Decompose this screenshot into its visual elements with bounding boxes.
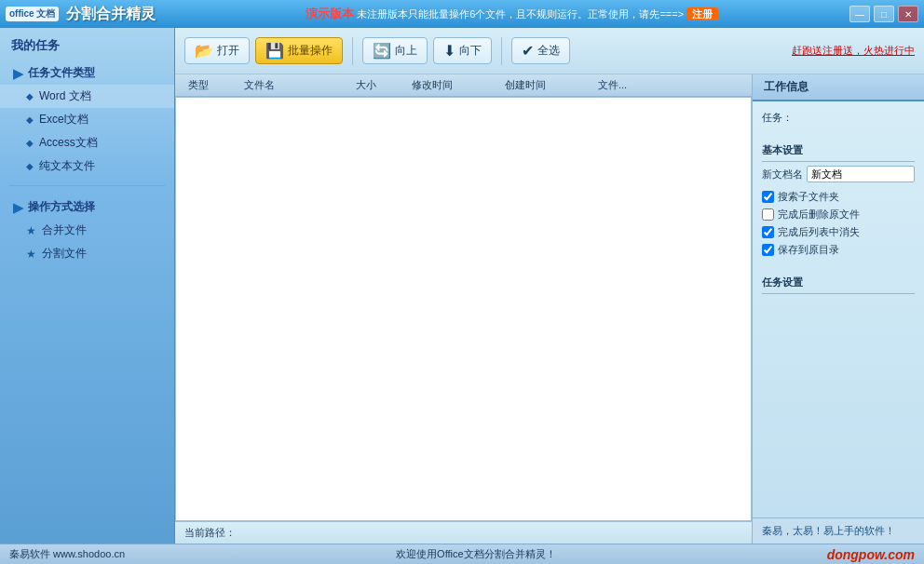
select-all-button[interactable]: ✔ 全选 [511,37,570,64]
batch-label: 批量操作 [288,43,333,59]
file-list-container: 类型 文件名 大小 修改时间 创建时间 文件... 当前路径： [175,74,752,544]
sidebar-item-text[interactable]: ◆ 纯文本文件 [0,154,174,178]
title-bar-left: office 文档 分割合并精灵 [6,5,156,24]
task-section: 任务： [753,101,924,132]
sidebar-item-merge-label: 合并文件 [42,222,87,238]
sidebar-item-excel[interactable]: ◆ Excel文档 [0,108,174,131]
checkbox-remove-from-list-input[interactable] [762,226,774,238]
maximize-button[interactable]: □ [874,6,894,22]
checkbox-search-subfolders-input[interactable] [762,191,774,203]
checkbox-search-subfolders-label: 搜索子文件夹 [778,190,839,204]
checkbox-save-to-original-label: 保存到原目录 [778,243,839,257]
arrow-icon: ▶ [13,200,23,215]
demo-label: 演示版本 [306,7,354,20]
window-controls: — □ ✕ [849,6,918,22]
basic-settings-section: 基本设置 新文档名 搜索子文件夹 完成后删除原文件 [753,132,924,264]
select-all-label: 全选 [537,43,560,59]
diamond-icon: ◆ [26,91,34,101]
open-label: 打开 [217,43,239,59]
register-button[interactable]: 注册 [686,7,718,20]
close-button[interactable]: ✕ [898,6,918,22]
toolbar-separator [352,37,353,65]
up-icon: 🔄 [373,42,391,60]
down-button[interactable]: ⬇ 向下 [433,37,492,64]
col-size-header: 大小 [350,78,406,92]
my-tasks-header: 我的任务 [0,28,174,60]
checkbox-delete-original-input[interactable] [762,208,774,221]
sidebar: 我的任务 ▶ 任务文件类型 ◆ Word 文档 ◆ Excel文档 ◆ Acce… [0,28,175,544]
basic-settings-title: 基本设置 [762,138,915,162]
col-created-header: 创建时间 [499,78,592,92]
new-doc-name-input[interactable] [807,166,915,182]
new-doc-name-label: 新文档名 [762,168,803,181]
welcome-text: 欢迎使用Office文档分割合并精灵！ [396,547,556,561]
sidebar-item-excel-label: Excel文档 [39,112,88,128]
sidebar-item-text-label: 纯文本文件 [39,158,95,174]
star-icon: ★ [26,224,36,237]
sidebar-item-merge[interactable]: ★ 合并文件 [0,219,174,242]
diamond-icon: ◆ [26,114,34,125]
file-list-header: 类型 文件名 大小 修改时间 创建时间 文件... [175,74,752,97]
title-bar: office 文档 分割合并精灵 演示版本 未注册版本只能批量操作6个文件，且不… [0,0,924,28]
task-settings-section: 任务设置 [753,264,924,303]
current-path-label: 当前路径： [184,527,236,538]
sidebar-divider [9,185,165,186]
sidebar-item-split-label: 分割文件 [42,246,87,262]
watermark: dongpow.com [827,547,915,562]
operation-mode-label: 操作方式选择 [28,199,95,215]
checkbox-delete-original-label: 完成后删除原文件 [778,208,860,222]
up-label: 向上 [395,43,417,59]
down-icon: ⬇ [443,42,455,60]
checkbox-save-to-original[interactable]: 保存到原目录 [762,241,915,259]
check-icon: ✔ [522,42,534,60]
file-list-body[interactable] [175,97,752,521]
checkbox-delete-original[interactable]: 完成后删除原文件 [762,206,915,223]
folder-icon: 📂 [195,42,213,60]
checkbox-save-to-original-input[interactable] [762,244,774,256]
checkbox-remove-from-list-label: 完成后列表中消失 [778,225,860,239]
batch-button[interactable]: 💾 批量操作 [255,37,343,64]
sidebar-item-split[interactable]: ★ 分割文件 [0,242,174,265]
app-logo: office 文档 [6,7,59,21]
diamond-icon: ◆ [26,161,34,171]
toolbar-separator-2 [501,37,502,65]
col-type-header: 类型 [183,78,238,92]
toolbar: 📂 打开 💾 批量操作 🔄 向上 ⬇ 向下 ✔ 全选 赶跑送注册送，火热进行中 [175,28,924,74]
demo-notice: 未注册版本只能批量操作6个文件，且不规则运行。正常使用，请先===> [357,8,684,20]
content-wrapper: 📂 打开 💾 批量操作 🔄 向上 ⬇ 向下 ✔ 全选 赶跑送注册送，火热进行中 [175,28,924,544]
down-label: 向下 [459,43,482,59]
operation-mode-section: ▶ 操作方式选择 [0,194,174,219]
sidebar-item-access-label: Access文档 [39,135,98,151]
arrow-icon: ▶ [13,66,23,81]
app-title: 分割合并精灵 [66,5,156,24]
up-button[interactable]: 🔄 向上 [362,37,428,64]
work-info-tab[interactable]: 工作信息 [753,74,924,101]
col-path-header: 文件... [592,78,744,92]
diamond-icon: ◆ [26,138,34,148]
minimize-button[interactable]: — [849,6,870,22]
star-icon: ★ [26,248,36,261]
status-bar: 秦易软件 www.shodoo.cn 欢迎使用Office文档分割合并精灵！ d… [0,544,924,564]
right-panel: 工作信息 任务： 基本设置 新文档名 搜索子文件夹 [752,74,924,544]
demo-banner: 演示版本 未注册版本只能批量操作6个文件，且不规则运行。正常使用，请先===> … [174,6,849,22]
open-button[interactable]: 📂 打开 [184,37,250,64]
checkbox-search-subfolders[interactable]: 搜索子文件夹 [762,188,915,206]
task-file-type-label: 任务文件类型 [28,65,95,81]
company-info: 秦易软件 www.shodoo.cn [9,547,125,561]
current-path-bar: 当前路径： [175,521,752,544]
right-panel-footer: 秦易，太易！易上手的软件！ [753,517,924,544]
sidebar-item-word[interactable]: ◆ Word 文档 [0,85,174,108]
main-container: 我的任务 ▶ 任务文件类型 ◆ Word 文档 ◆ Excel文档 ◆ Acce… [0,28,924,544]
col-name-header: 文件名 [238,78,350,92]
task-label: 任务： [762,107,915,127]
batch-icon: 💾 [265,42,284,60]
sidebar-item-access[interactable]: ◆ Access文档 [0,131,174,154]
checkbox-remove-from-list[interactable]: 完成后列表中消失 [762,223,915,241]
task-settings-title: 任务设置 [762,270,915,294]
col-modified-header: 修改时间 [406,78,499,92]
task-file-type-section: ▶ 任务文件类型 [0,60,174,85]
sidebar-item-word-label: Word 文档 [39,88,91,104]
promo-link[interactable]: 赶跑送注册送，火热进行中 [792,44,915,58]
lower-area: 类型 文件名 大小 修改时间 创建时间 文件... 当前路径： 工作信息 [175,74,924,544]
